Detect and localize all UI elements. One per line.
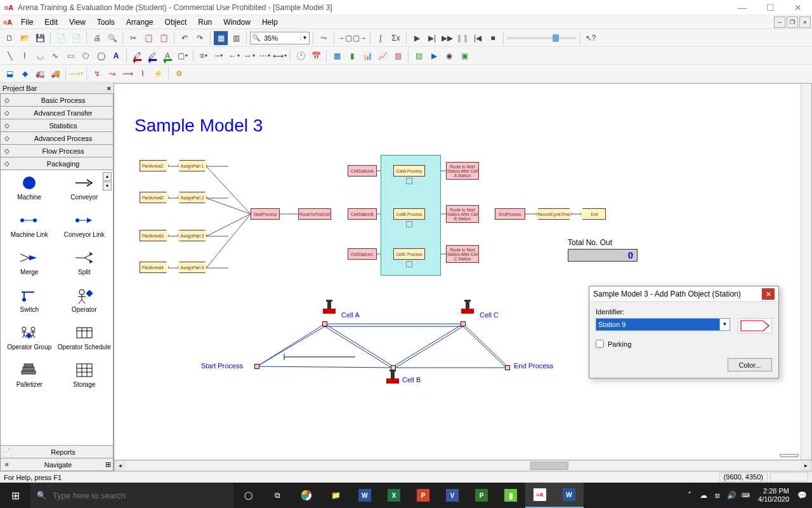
module-palletizer[interactable]: Palletizer	[2, 361, 57, 396]
polyline-tool-icon[interactable]: ⌇	[18, 49, 32, 63]
block-route-first[interactable]: RouteToFirstCell	[298, 208, 331, 220]
level-icon[interactable]: ▮	[345, 49, 359, 63]
template-attach-icon[interactable]: 📄	[54, 31, 68, 45]
vertical-scrollbar[interactable]	[801, 84, 811, 460]
module-merge[interactable]: Merge	[2, 249, 57, 284]
sum-icon[interactable]: Σx	[389, 31, 403, 45]
hscroll-right-icon[interactable]: ▸	[801, 461, 811, 471]
date-icon[interactable]: 📅	[309, 49, 323, 63]
block-route-after-a[interactable]: Route to Next Station After Cell A Stati…	[446, 162, 479, 180]
line-pattern-icon[interactable]: ⋯	[258, 49, 272, 63]
new-icon[interactable]: 🗋	[3, 31, 16, 45]
start-button[interactable]: ⊞	[0, 483, 30, 508]
module-conveyor-link[interactable]: Conveyor Link	[57, 211, 112, 246]
project-icon[interactable]: P	[467, 483, 496, 508]
speed-slider-thumb[interactable]	[553, 34, 559, 42]
menu-run[interactable]: Run	[192, 15, 218, 29]
parking-checkbox[interactable]	[596, 340, 604, 348]
powerpoint-icon[interactable]: P	[409, 483, 438, 508]
vehicle-icon[interactable]: 🚚	[48, 67, 62, 81]
menu-arrange[interactable]: Arrange	[121, 15, 159, 29]
polygon-tool-icon[interactable]: ⬠	[79, 49, 93, 63]
mdi-minimize-button[interactable]: –	[774, 17, 785, 28]
panel-flow-process[interactable]: ◇Flow Process	[0, 145, 114, 157]
distance-icon[interactable]: ↝	[105, 67, 119, 81]
file-explorer-icon[interactable]: 📁	[321, 483, 350, 508]
station-marker-icon[interactable]: ⬓	[3, 67, 16, 81]
net-node-cell-a[interactable]	[322, 321, 327, 326]
connect-icon[interactable]: ⤳	[317, 31, 331, 45]
block-part-arrival-3[interactable]: PartArrival3	[140, 230, 169, 241]
close-button[interactable]: ✕	[784, 0, 812, 15]
identifier-combo[interactable]: ▼	[596, 318, 730, 331]
block-assign-part-1[interactable]: AssignPart 1	[178, 160, 207, 171]
chart-bar-icon[interactable]: ▥	[391, 49, 405, 63]
word-icon[interactable]: W	[350, 483, 379, 508]
run-step-icon[interactable]: ▶|	[425, 31, 439, 45]
identifier-dropdown-icon[interactable]: ▼	[719, 319, 730, 330]
block-cell-a-process[interactable]: CellA Process	[393, 165, 425, 177]
template-detach-icon[interactable]: 📄	[69, 31, 83, 45]
open-icon[interactable]: 📂	[18, 31, 32, 45]
arc-tool-icon[interactable]: ◡	[33, 49, 47, 63]
segment-icon[interactable]: ↯	[90, 67, 104, 81]
module-operator[interactable]: Operator	[57, 286, 112, 321]
block-part-arrival-4[interactable]: PartArrival4	[140, 262, 169, 273]
run-fastforward-icon[interactable]: ▶▶	[440, 31, 454, 45]
net-node-cell-c[interactable]	[461, 321, 466, 326]
palette-scroll-down-icon[interactable]: ▾	[103, 182, 112, 190]
cut-icon[interactable]: ✂	[126, 31, 140, 45]
text-color-icon[interactable]: A	[160, 49, 174, 63]
mdi-restore-button[interactable]: ❐	[787, 17, 798, 28]
animate-station-icon[interactable]: ▣	[457, 49, 471, 63]
line-style-icon[interactable]: ╌	[212, 49, 226, 63]
zoom-combo[interactable]: 🔍 ▼	[250, 32, 310, 44]
undo-icon[interactable]: ↶	[178, 31, 192, 45]
task-view-icon[interactable]: ⧉	[263, 483, 292, 508]
maximize-button[interactable]: ☐	[756, 0, 784, 15]
project-bar-close-icon[interactable]: ×	[107, 84, 111, 92]
panel-advanced-transfer[interactable]: ◇Advanced Transfer	[0, 107, 114, 119]
hscroll-thumb[interactable]	[530, 462, 568, 470]
visio-icon[interactable]: V	[438, 483, 467, 508]
module-split[interactable]: Split	[57, 249, 112, 284]
text-tool-icon[interactable]: A	[109, 49, 123, 63]
menu-tools[interactable]: Tools	[91, 15, 121, 29]
action-center-icon[interactable]: 💬	[796, 483, 808, 508]
network-link-icon[interactable]: ⌇	[136, 67, 150, 81]
line-color-icon[interactable]: 🖊	[145, 49, 159, 63]
module-operator-schedule[interactable]: Operator Schedule	[57, 324, 112, 359]
animate-queue-icon[interactable]: ▤	[412, 49, 426, 63]
taskbar-search-input[interactable]	[53, 491, 227, 500]
seize-area-icon[interactable]: ⚙	[172, 67, 186, 81]
net-node-end[interactable]	[505, 365, 510, 370]
block-part-arrival-2[interactable]: PartArrival2	[140, 192, 169, 203]
block-assign-part-4[interactable]: AssignPart 4	[178, 262, 207, 273]
cortana-icon[interactable]: ◯	[233, 483, 263, 508]
run-start-icon[interactable]: |◀	[471, 31, 485, 45]
speed-slider[interactable]	[507, 37, 577, 39]
rect-tool-icon[interactable]: ▭	[63, 49, 77, 63]
run-stop-icon[interactable]: ■	[486, 31, 500, 45]
dialog-close-button[interactable]: ✕	[762, 288, 775, 300]
layers-icon[interactable]: ▥	[229, 31, 243, 45]
menu-file[interactable]: File	[15, 15, 39, 29]
panel-advanced-process[interactable]: ◇Advanced Process	[0, 132, 114, 145]
run-play-icon[interactable]: ▶	[410, 31, 424, 45]
parking-icon[interactable]: ⚡	[151, 67, 165, 81]
h-spacing-icon[interactable]: ⟷	[273, 49, 287, 63]
animate-global-icon[interactable]: ◉	[442, 49, 456, 63]
transporter-icon[interactable]: 🚛	[33, 67, 47, 81]
taskbar-clock[interactable]: 2:28 PM 4/10/2020	[753, 487, 794, 504]
print-preview-icon[interactable]: 🔍	[105, 31, 119, 45]
net-node-start[interactable]	[254, 364, 259, 369]
save-icon[interactable]: 💾	[33, 31, 47, 45]
submodel-in-icon[interactable]: →▢	[337, 31, 351, 45]
minitab-icon[interactable]: ▮	[496, 483, 525, 508]
fill-color-icon[interactable]: 🖍	[130, 49, 144, 63]
panel-reports[interactable]: 📄Reports	[0, 446, 114, 458]
panel-basic-process[interactable]: ◇Basic Process	[0, 94, 114, 107]
panel-packaging[interactable]: ◇Packaging	[0, 157, 114, 170]
module-machine-link[interactable]: Machine Link	[2, 211, 57, 246]
horizontal-scrollbar[interactable]: ◂ ▸	[114, 460, 812, 471]
